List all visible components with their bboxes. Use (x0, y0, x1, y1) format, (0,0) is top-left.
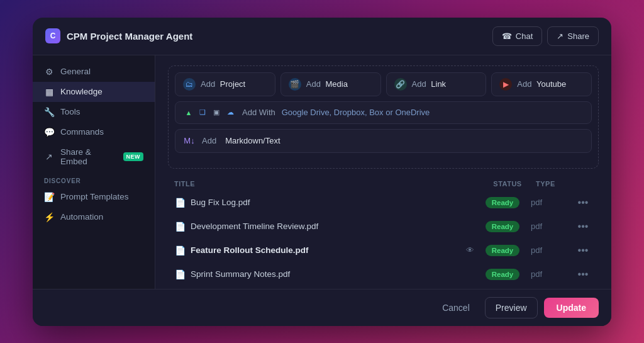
sidebar-item-automation[interactable]: ⚡ Automation (33, 207, 155, 227)
main-modal: C CPM Project Manager Agent ☎ Chat ↗ Sha… (33, 18, 611, 326)
add-project-button[interactable]: 🗂 Add Project (175, 72, 275, 96)
sidebar-share-embed-label: Share & Embed (60, 147, 117, 166)
onedrive-icon: ☁ (225, 107, 236, 118)
share-button[interactable]: ↗ Share (547, 26, 599, 46)
sidebar-item-knowledge[interactable]: ▦ Knowledge (33, 82, 155, 102)
file-icon: 📄 (174, 269, 186, 280)
add-text-project: Add (201, 79, 215, 89)
add-label-project: Project (220, 79, 245, 89)
add-text-youtube: Add (517, 79, 531, 89)
markdown-label: Markdown/Text (225, 136, 280, 145)
add-text-link: Add (412, 79, 426, 89)
header-actions: ☎ Chat ↗ Share (492, 26, 599, 46)
col-title-header: TITLE (174, 180, 479, 188)
sidebar-item-share-embed[interactable]: ↗ Share & Embed NEW (33, 142, 155, 171)
automation-icon: ⚡ (44, 212, 54, 222)
ready-badge: Ready (486, 245, 520, 256)
file-icon: 📄 (174, 197, 186, 208)
knowledge-icon: ▦ (44, 87, 54, 97)
share-embed-icon: ↗ (44, 152, 54, 162)
table-row: 📄 Bug Fix Log.pdf Ready pdf ••• (168, 191, 599, 214)
file-name: Bug Fix Log.pdf (191, 198, 474, 207)
share-label: Share (567, 31, 589, 41)
add-project-text: Add Project (201, 79, 245, 89)
add-text-media: Add (306, 79, 321, 89)
ready-badge: Ready (486, 221, 520, 232)
status-badge: Ready (479, 197, 526, 208)
add-media-button[interactable]: 🎬 Add Media (280, 72, 381, 96)
prompt-icon: 📝 (44, 192, 54, 202)
add-markdown-row[interactable]: M↓ Add Markdown/Text (175, 129, 592, 153)
sidebar-general-label: General (60, 67, 91, 76)
tools-icon: 🔧 (44, 107, 54, 117)
sidebar-item-tools[interactable]: 🔧 Tools (33, 102, 155, 122)
cloud-icons: ▲ ❑ ▣ ☁ (183, 107, 236, 118)
modal-header: C CPM Project Manager Agent ☎ Chat ↗ Sha… (33, 18, 611, 55)
sidebar-item-prompt-templates[interactable]: 📝 Prompt Templates (33, 187, 155, 207)
table-row: 📄 Feature Rollout Schedule.pdf 👁 Ready p… (168, 239, 599, 262)
status-badge: Ready (479, 269, 526, 280)
add-label-link: Link (431, 79, 446, 89)
markdown-icon: M↓ (183, 135, 196, 147)
chat-button[interactable]: ☎ Chat (492, 26, 542, 46)
cloud-add-text: Add With (242, 108, 275, 117)
file-type: pdf (531, 222, 569, 231)
sidebar-item-general[interactable]: ⚙ General (33, 62, 155, 82)
add-youtube-button[interactable]: ▶ Add Youtube (491, 72, 592, 96)
file-menu-button[interactable]: ••• (574, 245, 592, 256)
dropbox-icon: ❑ (197, 107, 208, 118)
media-icon: 🎬 (289, 78, 301, 91)
col-status-header: STATUS (479, 180, 536, 188)
sidebar-prompt-label: Prompt Templates (60, 192, 129, 201)
add-options-container: 🗂 Add Project 🎬 Add Media (168, 65, 599, 169)
add-buttons-grid: 🗂 Add Project 🎬 Add Media (175, 72, 592, 96)
table-row: 📄 Development Timeline Review.pdf Ready … (168, 215, 599, 238)
chat-label: Chat (516, 31, 533, 41)
title-area: C CPM Project Manager Agent (45, 28, 192, 43)
file-name: Development Timeline Review.pdf (191, 222, 474, 231)
modal-footer: Cancel Preview Update (33, 289, 611, 326)
status-badge: Ready (479, 245, 526, 256)
add-label-media: Media (326, 79, 348, 89)
file-type: pdf (531, 269, 569, 279)
new-badge: NEW (123, 152, 144, 161)
ready-badge: Ready (486, 197, 520, 208)
sidebar-automation-label: Automation (60, 212, 103, 222)
file-type: pdf (531, 245, 569, 255)
discover-label: DISCOVER (33, 171, 155, 187)
file-name: Feature Rollout Schedule.pdf (191, 245, 458, 255)
file-menu-button[interactable]: ••• (574, 221, 592, 232)
ready-badge: Ready (486, 269, 520, 280)
commands-icon: 💬 (44, 127, 54, 137)
file-icon: 📄 (174, 221, 186, 232)
box-icon: ▣ (211, 107, 222, 118)
col-type-header: TYPE (536, 180, 574, 188)
file-menu-button[interactable]: ••• (574, 197, 592, 208)
chat-icon: ☎ (502, 31, 512, 41)
update-button[interactable]: Update (544, 298, 599, 318)
modal-body: ⚙ General ▦ Knowledge 🔧 Tools 💬 Commands… (33, 55, 611, 289)
file-icon: 📄 (174, 245, 186, 256)
file-name: Sprint Summary Notes.pdf (191, 269, 474, 279)
share-icon: ↗ (557, 31, 564, 41)
preview-button[interactable]: Preview (485, 297, 538, 318)
youtube-icon: ▶ (499, 78, 512, 91)
markdown-add-text: Add (202, 136, 216, 145)
modal-title: CPM Project Manager Agent (67, 31, 192, 42)
status-badge: Ready (479, 221, 526, 232)
add-link-button[interactable]: 🔗 Add Link (386, 72, 487, 96)
cancel-button[interactable]: Cancel (433, 298, 479, 318)
google-drive-icon: ▲ (183, 107, 194, 118)
eye-icon: 👁 (466, 245, 474, 255)
sidebar: ⚙ General ▦ Knowledge 🔧 Tools 💬 Commands… (33, 55, 155, 289)
table-row: 📄 Sprint Summary Notes.pdf Ready pdf ••• (168, 263, 599, 286)
add-cloud-row[interactable]: ▲ ❑ ▣ ☁ Add With Google Drive, Dropbox, … (175, 101, 592, 124)
main-content: 🗂 Add Project 🎬 Add Media (155, 55, 611, 289)
cloud-options: Google Drive, Dropbox, Box or OneDrive (282, 108, 430, 117)
link-icon: 🔗 (394, 78, 407, 91)
agent-icon: C (45, 28, 60, 43)
general-icon: ⚙ (44, 67, 54, 77)
sidebar-item-commands[interactable]: 💬 Commands (33, 122, 155, 142)
sidebar-commands-label: Commands (60, 127, 104, 137)
file-menu-button[interactable]: ••• (574, 269, 592, 280)
